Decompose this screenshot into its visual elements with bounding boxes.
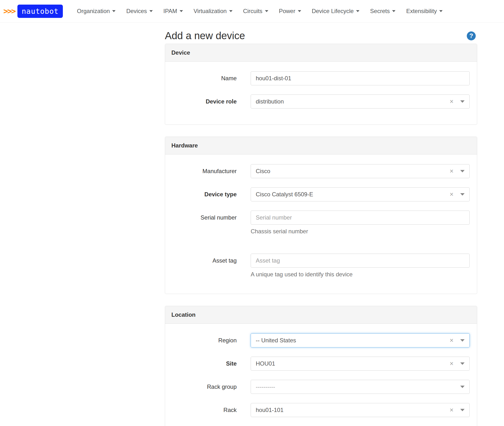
chevron-down-icon (392, 10, 395, 12)
select-value: hou01-101 (256, 407, 450, 413)
logo-text: nautobot (17, 5, 63, 18)
title-row: Add a new device ? (165, 30, 477, 41)
nav-item-label: Devices (126, 8, 147, 15)
name-field-row: Name (165, 71, 477, 85)
device-role-select[interactable]: distribution × (251, 95, 470, 109)
clear-icon[interactable]: × (450, 360, 453, 367)
clear-icon[interactable]: × (450, 98, 453, 105)
clear-icon[interactable]: × (450, 337, 453, 344)
select-value: HOU01 (256, 360, 450, 367)
device-type-select[interactable]: Cisco Catalyst 6509-E × (251, 187, 470, 201)
help-icon[interactable]: ? (467, 31, 476, 40)
serial-number-field-row: Serial number Chassis serial number (165, 211, 477, 235)
serial-number-input[interactable] (251, 211, 470, 225)
nav-item-label: Circuits (243, 8, 263, 15)
select-value: distribution (256, 98, 450, 105)
serial-number-label: Serial number (165, 211, 251, 235)
nautobot-logo[interactable]: >>> nautobot (3, 5, 63, 18)
rack-group-field-row: Rack group ---------- (165, 380, 477, 394)
nav-item-label: Power (279, 8, 295, 15)
top-navbar: >>> nautobot Organization Devices IPAM V… (0, 0, 504, 22)
select-value: ---------- (256, 383, 460, 390)
nav-item-devices[interactable]: Devices (121, 0, 158, 22)
asset-tag-field-row: Asset tag A unique tag used to identify … (165, 254, 477, 278)
main-content: Add a new device ? Device Name Device ro… (165, 30, 477, 426)
asset-tag-label: Asset tag (165, 254, 251, 278)
chevron-down-icon (229, 10, 233, 12)
chevron-down-icon (460, 409, 465, 411)
chevron-down-icon (356, 10, 359, 12)
page-title: Add a new device (165, 30, 467, 41)
device-type-field-row: Device type Cisco Catalyst 6509-E × (165, 187, 477, 201)
select-value: Cisco (256, 168, 450, 175)
chevron-down-icon (460, 386, 465, 388)
chevron-down-icon (460, 100, 465, 103)
chevron-down-icon (460, 193, 465, 196)
rack-group-label: Rack group (165, 380, 251, 394)
nav-item-label: Secrets (370, 8, 390, 15)
manufacturer-field-row: Manufacturer Cisco × (165, 164, 477, 178)
rack-select[interactable]: hou01-101 × (251, 403, 470, 417)
asset-tag-input[interactable] (251, 254, 470, 268)
field-help-text: Chassis serial number (251, 228, 470, 235)
rack-field-row: Rack hou01-101 × (165, 403, 477, 417)
rack-label: Rack (165, 403, 251, 417)
hardware-panel: Hardware Manufacturer Cisco × Device typ… (165, 137, 477, 294)
nav-item-extensibility[interactable]: Extensibility (401, 0, 448, 22)
panel-title: Device (165, 44, 477, 62)
manufacturer-select[interactable]: Cisco × (251, 164, 470, 178)
clear-icon[interactable]: × (450, 168, 453, 175)
name-label: Name (165, 71, 251, 85)
nav-item-ipam[interactable]: IPAM (158, 0, 188, 22)
location-panel: Location Region -- United States × Site … (165, 306, 477, 426)
chevron-down-icon (180, 10, 183, 12)
site-select[interactable]: HOU01 × (251, 357, 470, 371)
chevron-down-icon (265, 10, 268, 12)
clear-icon[interactable]: × (450, 191, 453, 198)
chevron-down-icon (460, 339, 465, 342)
clear-icon[interactable]: × (450, 407, 453, 413)
rack-group-select[interactable]: ---------- (251, 380, 470, 394)
device-role-label: Device role (165, 95, 251, 109)
manufacturer-label: Manufacturer (165, 164, 251, 178)
chevron-down-icon (112, 10, 116, 12)
device-role-field-row: Device role distribution × (165, 95, 477, 109)
nav-item-circuits[interactable]: Circuits (238, 0, 274, 22)
nav-item-power[interactable]: Power (274, 0, 307, 22)
nav-item-virtualization[interactable]: Virtualization (188, 0, 238, 22)
chevron-down-icon (149, 10, 153, 12)
logo-chevrons-icon: >>> (3, 7, 15, 16)
nav-item-label: Extensibility (406, 8, 437, 15)
region-field-row: Region -- United States × (165, 333, 477, 347)
nav-item-label: Virtualization (194, 8, 227, 15)
chevron-down-icon (298, 10, 301, 12)
name-input[interactable] (251, 71, 470, 85)
nav-item-label: IPAM (163, 8, 177, 15)
nav-menu: Organization Devices IPAM Virtualization… (72, 0, 448, 22)
device-type-label: Device type (165, 187, 251, 201)
select-value: Cisco Catalyst 6509-E (256, 191, 450, 198)
site-field-row: Site HOU01 × (165, 357, 477, 371)
region-label: Region (165, 333, 251, 347)
site-label: Site (165, 357, 251, 371)
nav-item-label: Device Lifecycle (312, 8, 354, 15)
chevron-down-icon (460, 170, 465, 172)
field-help-text: A unique tag used to identify this devic… (251, 271, 470, 278)
nav-item-device-lifecycle[interactable]: Device Lifecycle (307, 0, 365, 22)
select-value: -- United States (256, 337, 450, 344)
chevron-down-icon (439, 10, 443, 12)
nav-item-organization[interactable]: Organization (72, 0, 121, 22)
device-panel: Device Name Device role distribution × (165, 44, 477, 125)
region-select[interactable]: -- United States × (251, 333, 470, 347)
panel-title: Hardware (165, 137, 477, 154)
nav-item-label: Organization (77, 8, 110, 15)
chevron-down-icon (460, 362, 465, 365)
nav-item-secrets[interactable]: Secrets (365, 0, 401, 22)
panel-title: Location (165, 306, 477, 324)
